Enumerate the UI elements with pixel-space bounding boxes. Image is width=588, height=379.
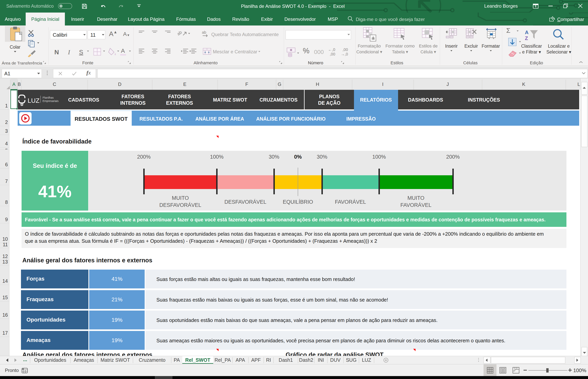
svg-text:A: A — [525, 30, 529, 35]
svg-text:Z: Z — [525, 35, 528, 41]
svg-text:ab: ab — [178, 30, 183, 36]
svg-text:ab: ab — [202, 30, 206, 34]
